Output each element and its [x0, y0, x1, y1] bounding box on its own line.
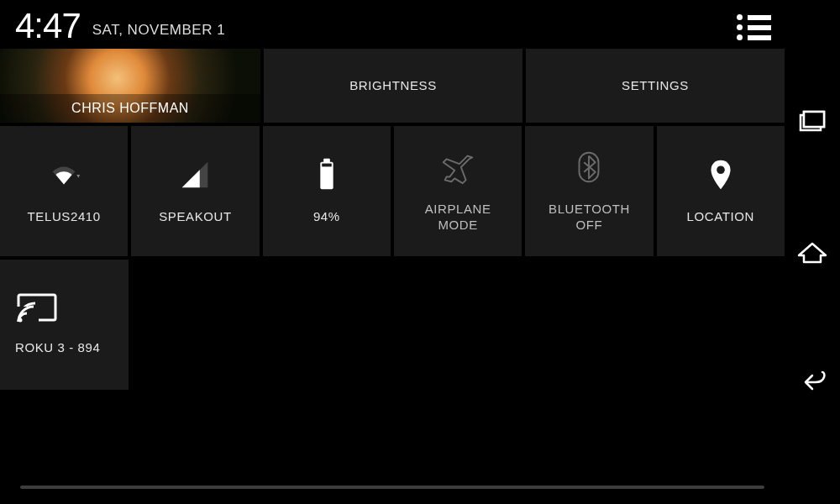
location-pin-icon [701, 155, 740, 194]
wifi-tile[interactable]: TELUS2410 [0, 126, 128, 256]
user-name-label: CHRIS HOFFMAN [8, 101, 252, 116]
quick-settings-content: 4:47 SAT, NOVEMBER 1 CHRIS HOFFMAN BRIGH… [0, 0, 785, 504]
battery-tile[interactable]: 94% [263, 126, 391, 256]
quick-settings-panel: CHRIS HOFFMAN BRIGHTNESS SETTINGS [0, 49, 785, 393]
cast-label: ROKU 3 - 894 [15, 340, 100, 356]
tile-row-2: TELUS2410 SPEAKOUT [0, 126, 785, 256]
svg-rect-5 [322, 164, 332, 167]
back-button[interactable] [793, 361, 832, 400]
navigation-bar [785, 0, 840, 504]
airplane-icon [438, 148, 477, 186]
svg-point-10 [18, 318, 23, 323]
cellular-tile[interactable]: SPEAKOUT [131, 126, 259, 256]
svg-marker-0 [76, 175, 80, 178]
wifi-icon [45, 155, 83, 194]
status-bar: 4:47 SAT, NOVEMBER 1 [0, 0, 785, 49]
settings-label: SETTINGS [622, 78, 689, 94]
svg-rect-4 [323, 159, 330, 163]
airplane-mode-tile[interactable]: AIRPLANE MODE [394, 126, 522, 256]
airplane-label: AIRPLANE MODE [425, 202, 491, 234]
location-tile[interactable]: LOCATION [657, 126, 785, 256]
svg-rect-13 [804, 112, 824, 127]
bluetooth-label: BLUETOOTH OFF [549, 202, 630, 234]
settings-tile[interactable]: SETTINGS [526, 49, 785, 123]
location-label: LOCATION [687, 209, 754, 225]
user-tile[interactable]: CHRIS HOFFMAN [0, 49, 260, 123]
bluetooth-icon [570, 148, 608, 186]
tile-row-1: CHRIS HOFFMAN BRIGHTNESS SETTINGS [0, 49, 785, 123]
svg-marker-2 [182, 170, 200, 187]
cast-tile[interactable]: ROKU 3 - 894 [0, 260, 129, 390]
brightness-label: BRIGHTNESS [349, 78, 437, 94]
clock: 4:47 [15, 8, 81, 44]
screen: 4:47 SAT, NOVEMBER 1 CHRIS HOFFMAN BRIGH… [0, 0, 840, 504]
home-button[interactable] [793, 233, 832, 271]
svg-point-7 [717, 166, 725, 175]
cellular-label: SPEAKOUT [159, 209, 232, 225]
cast-icon [15, 291, 59, 325]
notifications-toggle-icon[interactable] [737, 14, 771, 40]
wifi-label: TELUS2410 [28, 209, 101, 225]
tile-row-3: ROKU 3 - 894 [0, 260, 785, 390]
panel-handle[interactable] [20, 486, 764, 489]
cellular-signal-icon [176, 155, 214, 194]
recent-apps-button[interactable] [793, 104, 832, 143]
battery-icon [307, 155, 346, 194]
battery-label: 94% [313, 209, 340, 225]
date: SAT, NOVEMBER 1 [92, 22, 225, 39]
bluetooth-tile[interactable]: BLUETOOTH OFF [525, 126, 653, 256]
brightness-tile[interactable]: BRIGHTNESS [264, 49, 522, 123]
